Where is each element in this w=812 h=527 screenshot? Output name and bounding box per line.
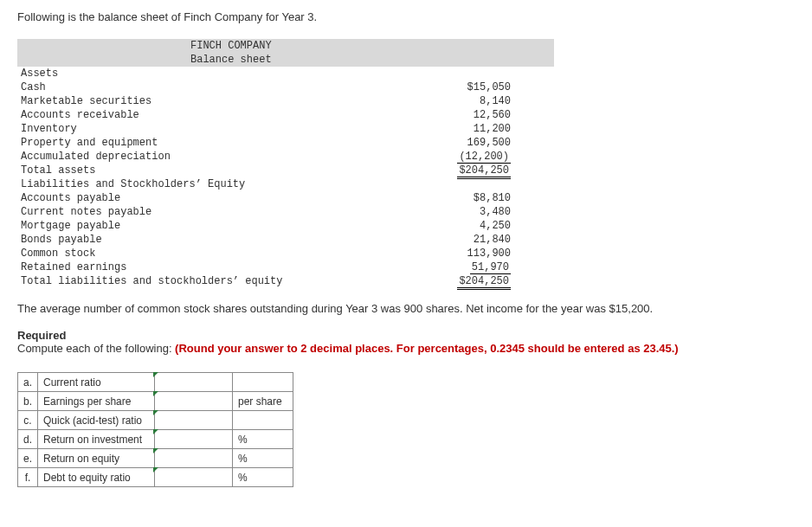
asset-row-value: $15,050: [398, 80, 554, 94]
liab-row-label: Mortgage payable: [17, 219, 398, 233]
asset-row-label: Marketable securities: [17, 94, 398, 108]
answer-unit: %: [233, 430, 293, 449]
answer-unit: [233, 411, 293, 430]
current-ratio-input[interactable]: [160, 376, 227, 389]
answer-unit: [233, 373, 293, 392]
required-instructions: Compute each of the following: (Round yo…: [17, 342, 795, 355]
answer-label: Current ratio: [38, 373, 155, 392]
liab-row-value: 21,840: [398, 233, 554, 247]
answer-input-cell[interactable]: [155, 373, 233, 392]
answer-label: Debt to equity ratio: [38, 468, 155, 487]
total-assets-label: Total assets: [17, 164, 398, 177]
total-liab-value: $204,250: [398, 274, 554, 288]
liab-row-value: $8,810: [398, 191, 554, 205]
answer-unit: %: [233, 449, 293, 468]
answer-label: Earnings per share: [38, 392, 155, 411]
liab-row-value: 113,900: [398, 247, 554, 260]
liab-row-label: Accounts payable: [17, 191, 398, 205]
answer-row: a. Current ratio: [18, 373, 293, 392]
asset-row-label: Inventory: [17, 122, 398, 136]
liab-row-label: Current notes payable: [17, 205, 398, 219]
required-label: Required: [17, 329, 795, 342]
answer-input-cell[interactable]: [155, 392, 233, 411]
answer-letter: c.: [18, 411, 38, 430]
answer-row: d. Return on investment %: [18, 430, 293, 449]
company-name: FINCH COMPANY: [17, 39, 554, 53]
answer-letter: e.: [18, 449, 38, 468]
asset-row-label: Accounts receivable: [17, 108, 398, 122]
liab-row-value: 51,970: [398, 260, 554, 274]
intro-text: Following is the balance sheet of Finch …: [17, 10, 795, 23]
liab-row-value: 3,480: [398, 205, 554, 219]
roi-input[interactable]: [160, 434, 227, 446]
liab-section-header: Liabilities and Stockholders’ Equity: [17, 177, 398, 191]
answer-letter: d.: [18, 430, 38, 449]
assets-section-header: Assets: [17, 67, 398, 80]
asset-row-value: 11,200: [398, 122, 554, 136]
asset-row-label: Property and equipment: [17, 136, 398, 150]
answer-row: b. Earnings per share per share: [18, 392, 293, 411]
asset-row-label: Cash: [17, 80, 398, 94]
answer-input-cell[interactable]: [155, 449, 233, 468]
answer-label: Quick (acid-test) ratio: [38, 411, 155, 430]
answer-unit: per share: [233, 392, 293, 411]
debt-equity-input[interactable]: [160, 472, 227, 484]
liab-row-label: Common stock: [17, 247, 398, 260]
total-liab-label: Total liabilities and stockholders’ equi…: [17, 274, 398, 288]
answer-input-cell[interactable]: [155, 430, 233, 449]
rounding-note: (Round your answer to 2 decimal places. …: [175, 342, 679, 355]
answer-row: c. Quick (acid-test) ratio: [18, 411, 293, 430]
asset-row-label: Accumulated depreciation: [17, 150, 398, 164]
asset-row-value: 12,560: [398, 108, 554, 122]
answer-label: Return on investment: [38, 430, 155, 449]
answer-table: a. Current ratio b. Earnings per share p…: [17, 372, 293, 487]
sheet-title: Balance sheet: [17, 53, 554, 67]
answer-letter: a.: [18, 373, 38, 392]
answer-row: e. Return on equity %: [18, 449, 293, 468]
answer-input-cell[interactable]: [155, 411, 233, 430]
asset-row-value: 169,500: [398, 136, 554, 150]
answer-letter: b.: [18, 392, 38, 411]
answer-input-cell[interactable]: [155, 468, 233, 487]
answer-label: Return on equity: [38, 449, 155, 468]
balance-sheet-table: FINCH COMPANY Balance sheet Assets Cash$…: [17, 39, 554, 288]
answer-letter: f.: [18, 468, 38, 487]
eps-input[interactable]: [160, 395, 227, 408]
answer-unit: %: [233, 468, 293, 487]
liab-row-label: Retained earnings: [17, 260, 398, 274]
additional-info-text: The average number of common stock share…: [17, 302, 795, 315]
quick-ratio-input[interactable]: [160, 415, 227, 427]
liab-row-value: 4,250: [398, 219, 554, 233]
answer-row: f. Debt to equity ratio %: [18, 468, 293, 487]
liab-row-label: Bonds payable: [17, 233, 398, 247]
roe-input[interactable]: [160, 453, 227, 465]
asset-row-value: (12,200): [398, 150, 554, 164]
total-assets-value: $204,250: [398, 164, 554, 177]
asset-row-value: 8,140: [398, 94, 554, 108]
